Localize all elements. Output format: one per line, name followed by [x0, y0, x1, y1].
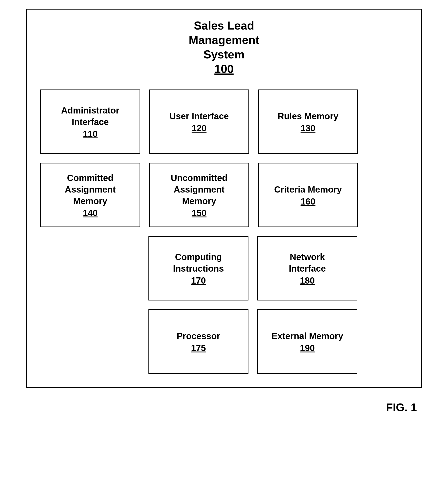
- grid-section: AdministratorInterface 110 User Interfac…: [40, 90, 408, 374]
- criteria-memory-number: 160: [301, 197, 316, 207]
- page-container: Sales Lead Management System 100 Adminis…: [13, 9, 435, 414]
- committed-assignment-memory-number: 140: [83, 208, 98, 218]
- title-number: 100: [214, 62, 234, 75]
- administrator-interface-label: AdministratorInterface: [61, 105, 119, 128]
- network-interface-number: 180: [300, 276, 315, 286]
- user-interface-number: 120: [192, 123, 207, 133]
- grid-row-1: AdministratorInterface 110 User Interfac…: [40, 90, 408, 154]
- computing-instructions-number: 170: [191, 276, 206, 286]
- fig-label: FIG. 1: [386, 401, 417, 414]
- system-title: Sales Lead Management System 100: [189, 18, 259, 76]
- network-interface-box: NetworkInterface 180: [257, 236, 357, 301]
- processor-label: Processor: [177, 330, 220, 342]
- user-interface-box: User Interface 120: [149, 90, 249, 154]
- title-line3: System: [204, 48, 245, 61]
- title-line2: Management: [189, 33, 259, 46]
- grid-row-4: Processor 175 External Memory 190: [40, 309, 408, 374]
- uncommitted-assignment-memory-box: UncommittedAssignmentMemory 150: [149, 163, 249, 227]
- committed-assignment-memory-label: CommittedAssignmentMemory: [65, 172, 116, 207]
- title-line1: Sales Lead: [194, 19, 254, 32]
- grid-row-3: ComputingInstructions 170 NetworkInterfa…: [40, 236, 408, 301]
- grid-row-2: CommittedAssignmentMemory 140 Uncommitte…: [40, 163, 408, 227]
- processor-box: Processor 175: [148, 309, 248, 374]
- processor-number: 175: [191, 343, 206, 353]
- external-memory-label: External Memory: [272, 330, 343, 342]
- external-memory-box: External Memory 190: [257, 309, 357, 374]
- criteria-memory-box: Criteria Memory 160: [258, 163, 358, 227]
- rules-memory-box: Rules Memory 130: [258, 90, 358, 154]
- committed-assignment-memory-box: CommittedAssignmentMemory 140: [40, 163, 140, 227]
- uncommitted-assignment-memory-number: 150: [192, 208, 207, 218]
- computing-instructions-box: ComputingInstructions 170: [148, 236, 248, 301]
- uncommitted-assignment-memory-label: UncommittedAssignmentMemory: [171, 172, 227, 207]
- external-memory-number: 190: [300, 343, 315, 353]
- user-interface-label: User Interface: [170, 110, 229, 122]
- administrator-interface-number: 110: [83, 129, 98, 139]
- network-interface-label: NetworkInterface: [289, 251, 326, 274]
- outer-box: Sales Lead Management System 100 Adminis…: [26, 9, 422, 388]
- rules-memory-label: Rules Memory: [278, 110, 338, 122]
- rules-memory-number: 130: [301, 123, 316, 133]
- administrator-interface-box: AdministratorInterface 110: [40, 90, 140, 154]
- criteria-memory-label: Criteria Memory: [274, 184, 342, 195]
- computing-instructions-label: ComputingInstructions: [173, 251, 224, 274]
